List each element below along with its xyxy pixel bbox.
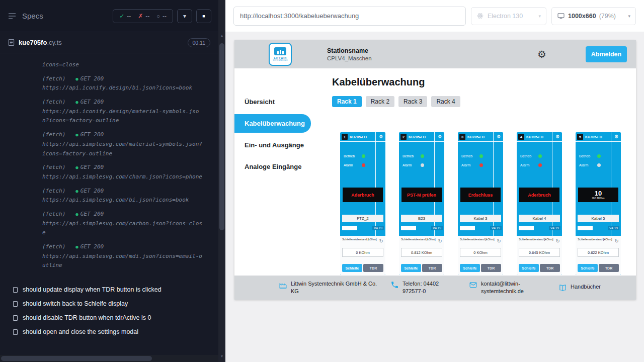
sidebar-item[interactable]: Übersicht <box>234 93 320 111</box>
page-title: Kabelüberwachung <box>332 76 624 88</box>
footer-manuals[interactable]: Handbücher <box>558 283 601 292</box>
stat-failed: ✗-- <box>138 13 149 20</box>
test-label: should update display when TDR button is… <box>23 286 162 293</box>
log-fetch-label: (fetch) <box>42 98 65 107</box>
log-url: https://api.simplesvg.com/mdi.json?icons… <box>42 252 205 270</box>
rack-gear-icon[interactable]: ⚙ <box>614 134 619 139</box>
schleife-button[interactable]: Schleife <box>519 264 539 272</box>
test-item[interactable]: should update display when TDR button is… <box>13 283 211 297</box>
log-url: https://api.simplesvg.com/material-symbo… <box>42 140 205 158</box>
cable-name-input[interactable]: B23 <box>401 215 442 222</box>
alarm-row: Alarm <box>579 163 601 167</box>
cable-name-input[interactable]: Kabel 5 <box>578 215 619 222</box>
status-display: Aderbruch <box>343 188 383 202</box>
spec-timer: 00:11 <box>188 38 211 47</box>
stop-button[interactable]: ■ <box>196 9 211 23</box>
alarm-row: Alarm <box>520 163 542 167</box>
chevron-down-icon: ▾ <box>183 13 186 20</box>
logo-mark <box>274 47 286 55</box>
firmware-version-badge: V4.19 <box>431 226 443 230</box>
scroll-up-icon[interactable]: ▴ <box>218 33 225 38</box>
refresh-icon[interactable]: ↻ <box>438 238 442 244</box>
sidebar-item[interactable]: Analoge Eingänge <box>234 157 320 176</box>
url-input[interactable] <box>233 7 466 26</box>
test-item[interactable]: should disable TDR button when tdrActive… <box>13 311 211 325</box>
log-entry[interactable]: (fetch) GET 200 https://api.simplesvg.co… <box>42 187 205 205</box>
schleife-button[interactable]: Schleife <box>578 264 598 272</box>
test-item[interactable]: should open and close the settings modal <box>13 325 211 339</box>
check-icon: ✓ <box>119 13 124 20</box>
spec-row[interactable]: kue705fo.cy.ts 00:11 <box>0 32 218 53</box>
rack-number-badge: 4 <box>518 134 524 140</box>
cable-name-input[interactable]: FTZ_2 <box>342 215 383 222</box>
refresh-icon[interactable]: ↻ <box>615 238 619 244</box>
horizontal-scrollbar[interactable] <box>0 355 218 362</box>
rack-gear-icon[interactable]: ⚙ <box>379 134 383 139</box>
tdr-button[interactable]: TDR <box>599 264 619 272</box>
log-entry[interactable]: (fetch) GET 200 https://api.simplesvg.co… <box>42 210 205 238</box>
schleife-button[interactable]: Schleife <box>401 264 421 272</box>
app-footer: Littwin Systemtechnik GmbH & Co. KG Tele… <box>234 276 636 300</box>
log-fetch-label: (fetch) <box>42 187 65 196</box>
rack-tabs: Rack 1Rack 2Rack 3Rack 4 <box>332 96 624 107</box>
viewport-select[interactable]: 1000x660 (79%) ▾ <box>551 7 636 25</box>
alarm-row: Alarm <box>344 163 365 167</box>
tdr-button[interactable]: TDR <box>363 264 383 272</box>
log-entry[interactable]: icons=close <box>42 60 205 70</box>
rack-gear-icon[interactable]: ⚙ <box>555 134 560 139</box>
specs-menu-icon[interactable] <box>7 11 17 21</box>
tdr-button[interactable]: TDR <box>540 264 560 272</box>
scroll-down-icon[interactable]: ▾ <box>218 354 225 358</box>
betrieb-row: Betrieb <box>461 154 483 158</box>
monitor-icon <box>557 12 565 20</box>
phone-icon <box>390 281 399 289</box>
vertical-scrollbar-thumb[interactable] <box>219 43 224 230</box>
collapse-button[interactable]: ▾ <box>177 9 192 23</box>
refresh-icon[interactable]: ↻ <box>556 238 560 244</box>
alarm-label: Alarm <box>344 163 359 167</box>
logout-button[interactable]: Abmelden <box>586 46 627 62</box>
betrieb-label: Betrieb <box>403 154 418 158</box>
cable-name-input[interactable]: Kabel 4 <box>519 215 560 222</box>
rack-gear-icon[interactable]: ⚙ <box>497 134 501 139</box>
spec-name: kue705fo.cy.ts <box>19 39 62 46</box>
rack-gear-icon[interactable]: ⚙ <box>438 134 442 139</box>
sidebar-item[interactable]: Ein- und Ausgänge <box>234 136 320 154</box>
rack-tab[interactable]: Rack 2 <box>366 96 394 107</box>
app-window: LITTWIN SYSTEMTECHNIK Stationsname CPLV4… <box>234 40 636 300</box>
rack-number-badge: 5 <box>577 134 583 140</box>
log-status: GET 200 <box>75 130 104 140</box>
log-fetch-label: (fetch) <box>42 210 65 219</box>
log-entry[interactable]: (fetch) GET 200 https://api.simplesvg.co… <box>42 163 205 182</box>
firmware-version-badge: V4.19 <box>608 226 619 230</box>
vertical-scrollbar[interactable]: ▴ ▾ <box>218 0 225 362</box>
card-divider <box>340 141 385 142</box>
loop-resistance-value: 0.645 KOhm <box>519 248 560 257</box>
refresh-icon[interactable]: ↻ <box>497 238 501 244</box>
log-entry[interactable]: (fetch) GET 200 https://api.iconify.desi… <box>42 74 205 93</box>
log-entry[interactable]: (fetch) GET 200 https://api.iconify.desi… <box>42 98 205 126</box>
log-entry[interactable]: (fetch) GET 200 https://api.simplesvg.co… <box>42 130 205 158</box>
settings-gear-icon[interactable]: ⚙ <box>537 48 546 60</box>
loop-resistance-label: Schleifenwiderstand [kOhm] <box>460 238 497 241</box>
betrieb-label: Betrieb <box>461 154 476 158</box>
tdr-button[interactable]: TDR <box>422 264 442 272</box>
cable-name-input[interactable]: Kabel 3 <box>460 215 501 222</box>
refresh-icon[interactable]: ↻ <box>379 238 383 244</box>
spec-file-icon <box>8 39 15 46</box>
littwin-logo: LITTWIN SYSTEMTECHNIK <box>269 43 292 66</box>
firmware-version-badge: V4.19 <box>372 226 384 230</box>
log-entry[interactable]: (fetch) GET 200 https://api.simplesvg.co… <box>42 242 205 270</box>
test-item[interactable]: should switch back to Schleife display <box>13 297 211 311</box>
rack-tab[interactable]: Rack 4 <box>431 96 460 107</box>
rack-tab[interactable]: Rack 3 <box>398 96 427 107</box>
rack-tab[interactable]: Rack 1 <box>332 96 362 107</box>
schleife-button[interactable]: Schleife <box>342 264 362 272</box>
browser-select[interactable]: Electron 130 ▾ <box>471 7 546 25</box>
cross-icon: ✗ <box>138 13 143 20</box>
tdr-button[interactable]: TDR <box>481 264 501 272</box>
betrieb-row: Betrieb <box>403 154 424 158</box>
schleife-button[interactable]: Schleife <box>460 264 480 272</box>
sidebar-item[interactable]: Kabelüberwachung <box>234 114 311 133</box>
horizontal-scrollbar-thumb[interactable] <box>1 356 152 361</box>
